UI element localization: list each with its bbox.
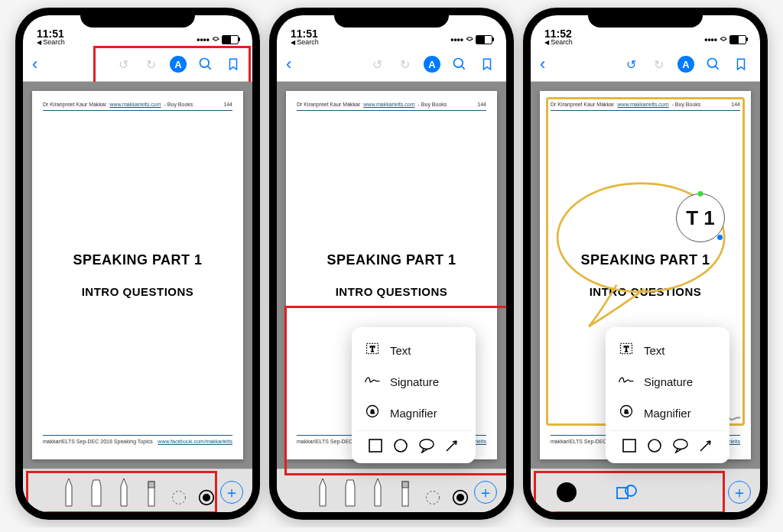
svg-line-16 <box>447 441 456 451</box>
svg-text:a: a <box>370 407 375 415</box>
popup-shapes-row <box>610 430 725 457</box>
status-right <box>450 34 492 46</box>
status-time: 11:51 <box>291 28 319 39</box>
popup-item-magnifier[interactable]: a Magnifier <box>610 397 725 429</box>
svg-point-0 <box>200 59 210 68</box>
popup-shapes-row <box>356 430 471 457</box>
wifi-icon <box>213 34 219 46</box>
bookmark-icon[interactable] <box>225 56 242 73</box>
popup-label-signature: Signature <box>390 375 439 388</box>
svg-text:T: T <box>624 345 629 353</box>
eraser-tool[interactable] <box>143 477 160 508</box>
shape-style-button[interactable] <box>615 482 638 502</box>
svg-line-1 <box>208 66 211 70</box>
redo-icon[interactable]: ↻ <box>142 56 159 73</box>
phone-1: 11:51 Search ‹ ↺ ↻ A <box>15 8 260 520</box>
pencil-tool[interactable] <box>369 477 386 508</box>
nav-bar: ‹ ↺ ↻ A <box>531 47 760 82</box>
doc-footer-link[interactable]: www.facebook.com/makkarielts <box>158 439 232 444</box>
doc-title: SPEAKING PART 1 <box>580 252 710 268</box>
popup-item-magnifier[interactable]: a Magnifier <box>356 397 471 429</box>
status-right <box>704 34 746 46</box>
back-button[interactable]: ‹ <box>281 54 296 74</box>
pencil-tool[interactable] <box>115 477 132 508</box>
shape-circle-icon[interactable] <box>392 437 409 454</box>
color-picker[interactable] <box>452 477 469 508</box>
screen: 11:51 Search ‹ ↺ ↻ A Dr Kiranpreet <box>277 15 506 512</box>
doc-author: Dr Kiranpreet Kaur Makkar <box>297 102 360 107</box>
eraser-tool[interactable] <box>397 477 414 508</box>
popup-label-text: Text <box>644 344 665 357</box>
annotation-magnifier[interactable]: T 1 <box>676 193 725 242</box>
back-button[interactable]: ‹ <box>28 54 42 74</box>
pen-tool[interactable] <box>60 477 77 508</box>
doc-site-link[interactable]: www.makkarielts.com <box>363 102 414 107</box>
doc-author: Dr Kiranpreet Kaur Makkar <box>43 102 106 107</box>
status-right <box>197 34 239 46</box>
shape-speech-icon[interactable] <box>672 437 689 454</box>
notch <box>334 8 449 28</box>
doc-after-site: - Buy Books <box>672 102 701 107</box>
signature-icon <box>364 372 381 391</box>
doc-page-number: 144 <box>223 102 232 107</box>
markup-icon[interactable]: A <box>170 56 187 73</box>
screen: 11:52 Search ‹ ↺ ↻ A Dr Kiranpreet <box>531 15 760 512</box>
popup-item-signature[interactable]: Signature <box>610 366 725 397</box>
color-picker[interactable] <box>198 477 215 508</box>
doc-header: Dr Kiranpreet Kaur Makkar www.makkarielt… <box>43 102 232 111</box>
undo-icon[interactable]: ↺ <box>369 56 385 73</box>
undo-icon[interactable]: ↺ <box>115 56 132 73</box>
back-button[interactable]: ‹ <box>535 54 550 74</box>
pen-tool[interactable] <box>314 477 331 508</box>
shape-arrow-icon[interactable] <box>697 437 714 454</box>
svg-point-34 <box>625 485 636 496</box>
redo-icon[interactable]: ↻ <box>396 56 413 73</box>
lasso-tool[interactable] <box>424 477 441 508</box>
shape-rect-icon[interactable] <box>621 437 638 454</box>
svg-point-14 <box>395 440 407 452</box>
add-button[interactable]: ＋ <box>220 481 243 504</box>
shape-circle-icon[interactable] <box>646 437 663 454</box>
popup-item-text[interactable]: T Text <box>610 335 725 366</box>
popup-label-signature: Signature <box>644 375 693 388</box>
search-icon[interactable] <box>705 56 722 73</box>
shape-fill-color[interactable] <box>557 482 577 502</box>
markup-icon[interactable]: A <box>424 56 440 73</box>
bookmark-icon[interactable] <box>733 56 749 73</box>
nav-bar: ‹ ↺ ↻ A <box>23 47 252 82</box>
signature-icon <box>618 372 635 391</box>
wifi-icon <box>466 34 473 46</box>
shape-arrow-icon[interactable] <box>443 437 460 454</box>
shape-speech-icon[interactable] <box>418 437 435 454</box>
undo-icon[interactable]: ↺ <box>622 56 639 73</box>
search-icon[interactable] <box>451 56 468 73</box>
highlighter-tool[interactable] <box>342 477 359 508</box>
search-icon[interactable] <box>197 56 214 73</box>
magnifier-icon: a <box>364 404 381 423</box>
redo-icon[interactable]: ↻ <box>650 56 667 73</box>
svg-line-23 <box>716 66 719 70</box>
status-back-breadcrumb[interactable]: Search <box>291 39 319 46</box>
doc-title: SPEAKING PART 1 <box>327 252 456 268</box>
doc-after-site: - Buy Books <box>418 102 447 107</box>
add-button[interactable]: ＋ <box>728 481 751 504</box>
svg-rect-13 <box>369 440 382 452</box>
highlighter-tool[interactable] <box>88 477 105 508</box>
add-button[interactable]: ＋ <box>474 481 497 504</box>
status-back-breadcrumb[interactable]: Search <box>37 39 65 46</box>
document-viewport[interactable]: Dr Kiranpreet Kaur Makkar www.makkarielt… <box>23 82 252 469</box>
bookmark-icon[interactable] <box>479 56 495 73</box>
svg-point-15 <box>420 440 434 449</box>
status-time: 11:51 <box>37 28 65 39</box>
markup-icon[interactable]: A <box>677 56 694 73</box>
svg-text:a: a <box>624 407 629 415</box>
add-popup: T Text Signature a Magnifier <box>606 327 729 463</box>
shape-rect-icon[interactable] <box>367 437 384 454</box>
doc-site-link[interactable]: www.makkarielts.com <box>109 102 161 107</box>
doc-footer-left: makkarIELTS Sep-DEC 2018 Speaking Topics <box>43 439 153 444</box>
lasso-tool[interactable] <box>171 477 187 508</box>
popup-item-text[interactable]: T Text <box>356 335 471 366</box>
popup-item-signature[interactable]: Signature <box>356 366 471 397</box>
status-back-breadcrumb[interactable]: Search <box>544 39 573 46</box>
doc-site-link[interactable]: www.makkarielts.com <box>617 102 668 107</box>
